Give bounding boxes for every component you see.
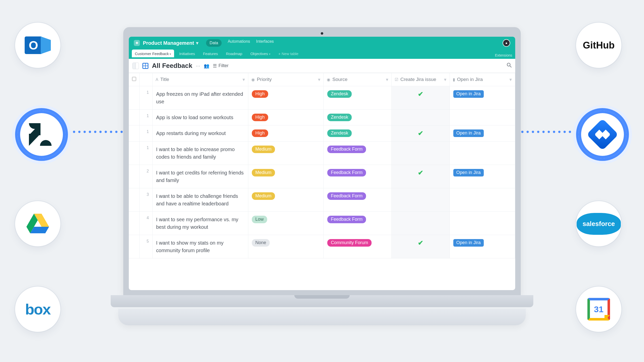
cell-priority[interactable]: Medium bbox=[248, 142, 324, 165]
open-in-jira-button[interactable]: Open in Jira bbox=[453, 169, 484, 176]
search-icon[interactable] bbox=[507, 63, 512, 69]
top-tab-interfaces[interactable]: Interfaces bbox=[256, 39, 274, 47]
cell-create-jira[interactable] bbox=[392, 110, 450, 125]
cell-priority[interactable]: None bbox=[248, 235, 324, 258]
cell-source[interactable]: Feedback Form bbox=[324, 188, 392, 212]
cell-create-jira[interactable]: ✔ bbox=[392, 165, 450, 188]
svg-line-4 bbox=[510, 66, 511, 67]
extensions-link[interactable]: Extensions bbox=[495, 53, 512, 57]
cell-open-jira[interactable] bbox=[450, 188, 515, 212]
cell-priority[interactable]: High bbox=[248, 110, 324, 125]
header-title[interactable]: ATitle▾ bbox=[152, 73, 248, 86]
cell-create-jira[interactable]: ✔ bbox=[392, 86, 450, 110]
tab-objectives[interactable]: Objectives bbox=[247, 50, 273, 57]
filter-icon: ☰ bbox=[213, 63, 217, 69]
google-calendar-icon: 31 bbox=[587, 298, 610, 321]
table-row[interactable]: 1 App freezes on my iPad after extended … bbox=[129, 86, 515, 110]
collaborators-icon[interactable]: 👥 bbox=[204, 63, 209, 69]
cell-priority[interactable]: High bbox=[248, 125, 324, 142]
priority-pill: Medium bbox=[252, 169, 275, 176]
header-priority[interactable]: ◉Priority▾ bbox=[248, 73, 324, 86]
cell-title[interactable]: I want to show my stats on my community … bbox=[156, 239, 245, 254]
cell-source[interactable]: Zendesk bbox=[324, 125, 392, 142]
cell-title[interactable]: I want to be able to challenge friends a… bbox=[156, 192, 245, 207]
cell-create-jira[interactable] bbox=[392, 188, 450, 212]
cell-source[interactable]: Community Forum bbox=[324, 235, 392, 258]
cell-open-jira[interactable] bbox=[450, 142, 515, 165]
tab-roadmap[interactable]: Roadmap bbox=[223, 50, 245, 57]
cell-source[interactable]: Feedback Form bbox=[324, 165, 392, 188]
row-checkbox[interactable] bbox=[129, 188, 139, 212]
cell-title[interactable]: App restarts during my workout bbox=[156, 129, 245, 137]
cell-open-jira[interactable] bbox=[450, 212, 515, 235]
header-source[interactable]: ◉Source▾ bbox=[324, 73, 392, 86]
check-icon: ✔ bbox=[395, 90, 446, 98]
cell-title[interactable]: I want to be able to increase promo code… bbox=[156, 146, 245, 161]
cell-create-jira[interactable] bbox=[392, 142, 450, 165]
top-tab-data[interactable]: Data bbox=[206, 39, 222, 47]
table-row[interactable]: 2 I want to get credits for referring fr… bbox=[129, 165, 515, 188]
cell-title[interactable]: App freezes on my iPad after extended us… bbox=[156, 90, 245, 105]
header-create-jira[interactable]: ☑Create Jira issue▾ bbox=[392, 73, 450, 86]
integration-google-calendar: 31 bbox=[576, 287, 621, 332]
cell-create-jira[interactable] bbox=[392, 212, 450, 235]
row-checkbox[interactable] bbox=[129, 125, 139, 142]
table-row[interactable]: 4 I want to see my performance vs. my be… bbox=[129, 212, 515, 235]
cell-open-jira[interactable]: Open in Jira bbox=[450, 86, 515, 110]
open-in-jira-button[interactable]: Open in Jira bbox=[453, 239, 484, 247]
toggle-sidebar-button[interactable] bbox=[132, 63, 139, 69]
single-select-icon: ◉ bbox=[251, 77, 255, 82]
tab-features[interactable]: Features bbox=[200, 50, 221, 57]
cell-priority[interactable]: Medium bbox=[248, 165, 324, 188]
table-row[interactable]: 3 I want to be able to challenge friends… bbox=[129, 188, 515, 212]
workspace-dropdown-icon[interactable]: ▾ bbox=[196, 40, 198, 46]
cell-priority[interactable]: High bbox=[248, 86, 324, 110]
cell-open-jira[interactable]: Open in Jira bbox=[450, 235, 515, 258]
data-grid[interactable]: ATitle▾ ◉Priority▾ ◉Source▾ ☑Create Jira… bbox=[129, 73, 515, 290]
row-checkbox[interactable] bbox=[129, 165, 139, 188]
table-row[interactable]: 5 I want to show my stats on my communit… bbox=[129, 235, 515, 258]
open-in-jira-button[interactable]: Open in Jira bbox=[453, 90, 484, 98]
priority-pill: Low bbox=[252, 216, 267, 223]
cell-priority[interactable]: Low bbox=[248, 212, 324, 235]
cell-create-jira[interactable]: ✔ bbox=[392, 235, 450, 258]
tab-new-table[interactable]: + New table bbox=[275, 50, 302, 57]
integration-outlook: O bbox=[15, 23, 60, 68]
cell-source[interactable]: Zendesk bbox=[324, 86, 392, 110]
view-menu-icon[interactable]: ⋯ bbox=[196, 63, 200, 69]
table-row[interactable]: 1 I want to be able to increase promo co… bbox=[129, 142, 515, 165]
cell-open-jira[interactable]: Open in Jira bbox=[450, 125, 515, 142]
filter-button[interactable]: ☰ Filter bbox=[213, 63, 228, 69]
cell-title[interactable]: I want to see my performance vs. my best… bbox=[156, 216, 245, 231]
table-tabs: Customer Feedback Initiatives Features R… bbox=[129, 49, 515, 59]
view-name[interactable]: All Feedback bbox=[152, 62, 192, 70]
open-in-jira-button[interactable]: Open in Jira bbox=[453, 129, 484, 137]
laptop-base bbox=[123, 295, 521, 325]
cell-source[interactable]: Feedback Form bbox=[324, 212, 392, 235]
cell-source[interactable]: Feedback Form bbox=[324, 142, 392, 165]
header-open-jira[interactable]: ▮Open in Jira▾ bbox=[450, 73, 515, 86]
row-checkbox[interactable] bbox=[129, 110, 139, 125]
row-number: 1 bbox=[139, 142, 152, 165]
row-checkbox[interactable] bbox=[129, 235, 139, 258]
user-avatar[interactable]: ● bbox=[503, 39, 510, 47]
header-checkbox[interactable] bbox=[129, 73, 139, 86]
cell-title[interactable]: App is slow to load some workouts bbox=[156, 114, 245, 121]
top-tab-automations[interactable]: Automations bbox=[228, 39, 250, 47]
cell-open-jira[interactable]: Open in Jira bbox=[450, 165, 515, 188]
integration-box: box bbox=[15, 287, 60, 332]
cell-priority[interactable]: Medium bbox=[248, 188, 324, 212]
row-checkbox[interactable] bbox=[129, 142, 139, 165]
table-row[interactable]: 1 App restarts during my workout High Ze… bbox=[129, 125, 515, 142]
google-drive-icon bbox=[26, 214, 49, 234]
workspace-name[interactable]: Product Management bbox=[143, 40, 194, 46]
tab-initiatives[interactable]: Initiatives bbox=[176, 50, 198, 57]
cell-open-jira[interactable] bbox=[450, 110, 515, 125]
table-row[interactable]: 1 App is slow to load some workouts High… bbox=[129, 110, 515, 125]
tab-customer-feedback[interactable]: Customer Feedback bbox=[132, 50, 174, 57]
cell-title[interactable]: I want to get credits for referring frie… bbox=[156, 169, 245, 184]
cell-source[interactable]: Zendesk bbox=[324, 110, 392, 125]
row-checkbox[interactable] bbox=[129, 86, 139, 110]
cell-create-jira[interactable]: ✔ bbox=[392, 125, 450, 142]
row-checkbox[interactable] bbox=[129, 212, 139, 235]
